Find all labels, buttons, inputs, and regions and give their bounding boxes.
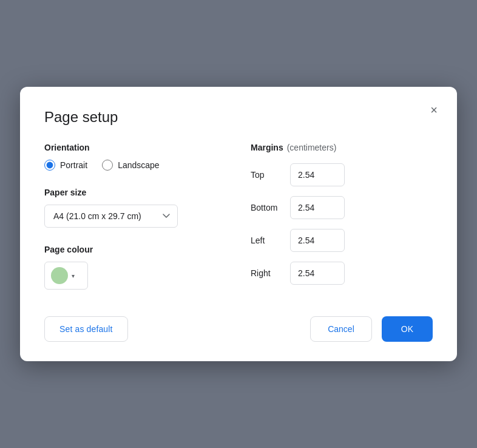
page-setup-dialog: Page setup × Orientation Portrait Landsc… [20, 87, 457, 361]
left-margin-row: Left [251, 229, 433, 252]
footer-right-buttons: Cancel OK [310, 316, 433, 342]
bottom-margin-row: Bottom [251, 196, 433, 219]
dialog-content: Orientation Portrait Landscape Paper siz… [44, 143, 433, 294]
portrait-radio[interactable] [44, 160, 55, 171]
top-margin-row: Top [251, 163, 433, 186]
top-margin-input[interactable] [290, 163, 345, 186]
right-margin-row: Right [251, 262, 433, 285]
orientation-section: Orientation Portrait Landscape [44, 143, 226, 171]
right-margin-label: Right [251, 268, 290, 278]
colour-picker-button[interactable]: ▾ [44, 262, 88, 290]
bottom-margin-label: Bottom [251, 203, 290, 212]
margins-unit: (centimeters) [287, 143, 337, 152]
dialog-footer: Set as default Cancel OK [44, 316, 433, 342]
page-colour-section: Page colour ▾ [44, 245, 226, 290]
cancel-button[interactable]: Cancel [310, 316, 372, 342]
left-column: Orientation Portrait Landscape Paper siz… [44, 143, 226, 294]
dialog-title: Page setup [44, 109, 433, 126]
portrait-label: Portrait [60, 160, 87, 170]
left-margin-label: Left [251, 236, 290, 245]
set-as-default-button[interactable]: Set as default [44, 316, 128, 342]
paper-size-select[interactable]: A4 (21.0 cm x 29.7 cm) Letter (21.6 cm x… [44, 205, 178, 228]
bottom-margin-input[interactable] [290, 196, 345, 219]
colour-swatch [51, 267, 68, 284]
landscape-radio[interactable] [102, 160, 113, 171]
margins-header: Margins (centimeters) [251, 143, 433, 152]
top-margin-label: Top [251, 170, 290, 180]
ok-button[interactable]: OK [382, 316, 433, 342]
orientation-radio-group: Portrait Landscape [44, 160, 226, 171]
right-margin-input[interactable] [290, 262, 345, 285]
landscape-option[interactable]: Landscape [102, 160, 160, 171]
page-colour-label: Page colour [44, 245, 226, 254]
paper-size-section: Paper size A4 (21.0 cm x 29.7 cm) Letter… [44, 188, 226, 228]
left-margin-input[interactable] [290, 229, 345, 252]
landscape-label: Landscape [118, 160, 160, 170]
margins-section: Margins (centimeters) Top Bottom Left Ri… [251, 143, 433, 294]
close-button[interactable]: × [428, 101, 440, 118]
colour-dropdown-arrow: ▾ [72, 273, 75, 279]
paper-size-label: Paper size [44, 188, 226, 197]
portrait-option[interactable]: Portrait [44, 160, 87, 171]
orientation-label: Orientation [44, 143, 226, 152]
margins-title: Margins [251, 143, 283, 152]
